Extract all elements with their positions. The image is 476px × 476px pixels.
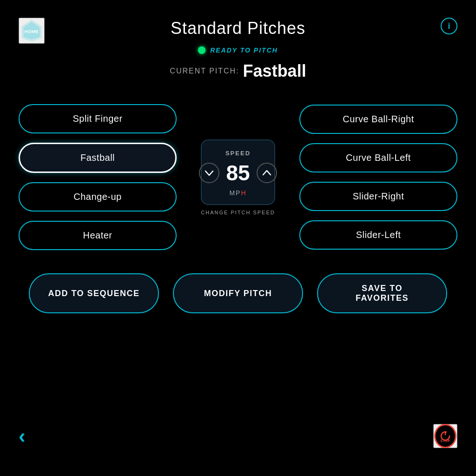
pitch-btn-slider-left[interactable]: Slider-Left (299, 220, 457, 250)
stop-button[interactable]: STOP (433, 424, 457, 448)
pitch-btn-curve-ball-right[interactable]: Curve Ball-Right (299, 105, 457, 134)
pitch-btn-fastball[interactable]: Fastball (19, 143, 177, 173)
speed-label: SPEED (225, 150, 251, 157)
save-to-favorites-button[interactable]: SAVE TO FAVORITES (317, 273, 447, 313)
status-dot (198, 46, 205, 54)
stop-circle: STOP (434, 424, 456, 448)
pitch-btn-slider-right[interactable]: Slider-Right (299, 182, 457, 211)
info-icon: i (448, 21, 450, 31)
page-title: Standard Pitches (171, 19, 305, 38)
back-button[interactable]: ‹ (19, 426, 26, 446)
header: HOME Standard Pitches i (0, 0, 476, 43)
add-to-sequence-button[interactable]: ADD TO SEQUENCE (29, 273, 159, 313)
pitch-btn-split-finger[interactable]: Split Finger (19, 104, 177, 133)
modify-pitch-button[interactable]: MODIFY PITCH (173, 273, 303, 313)
speed-unit: MPH (229, 189, 246, 197)
page-wrapper: HOME Standard Pitches i READY TO PITCH C… (0, 0, 476, 476)
speed-change-label: CHANGE PITCH SPEED (201, 210, 275, 215)
speed-value: 85 (226, 160, 250, 185)
status-text: READY TO PITCH (210, 46, 278, 54)
speed-increase-button[interactable] (257, 163, 277, 183)
right-pitches: Curve Ball-Right Curve Ball-Left Slider-… (299, 105, 457, 250)
svg-text:STOP: STOP (441, 439, 450, 443)
nav-bottom: ‹ STOP (0, 424, 476, 448)
current-pitch-label: CURENT PITCH: (170, 67, 239, 75)
pitch-btn-change-up[interactable]: Change-up (19, 182, 177, 212)
left-pitches: Split Finger Fastball Change-up Heater (19, 104, 177, 250)
speed-row: 85 (199, 160, 277, 185)
info-button[interactable]: i (441, 18, 457, 34)
svg-text:HOME: HOME (25, 29, 39, 34)
main-grid: Split Finger Fastball Change-up Heater S… (0, 90, 476, 250)
pitch-btn-curve-ball-left[interactable]: Curve Ball-Left (299, 143, 457, 172)
current-pitch-value: Fastball (243, 61, 306, 81)
home-button[interactable]: HOME (19, 18, 45, 44)
speed-decrease-button[interactable] (199, 163, 219, 183)
bottom-actions: ADD TO SEQUENCE MODIFY PITCH SAVE TO FAV… (0, 273, 476, 313)
back-icon: ‹ (19, 424, 26, 447)
speed-box: SPEED 85 MPH (201, 139, 275, 205)
current-pitch-row: CURENT PITCH: Fastball (0, 61, 476, 81)
speed-control: SPEED 85 MPH CHANGE PITCH (192, 139, 284, 215)
pitch-btn-heater[interactable]: Heater (19, 221, 177, 250)
status-bar: READY TO PITCH (0, 46, 476, 54)
